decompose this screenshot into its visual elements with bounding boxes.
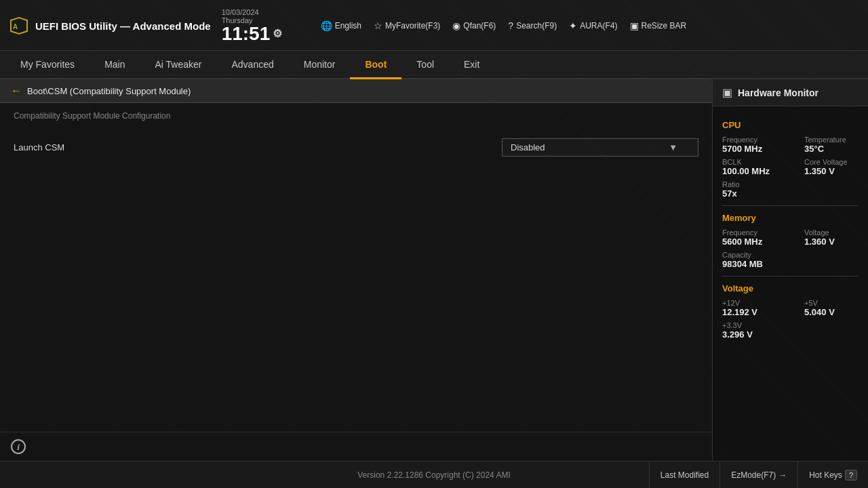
memory-freq-voltage-row: Frequency 5600 MHz Voltage 1.360 V <box>722 228 859 247</box>
ratio-value: 57x <box>722 188 776 199</box>
core-voltage-value: 1.350 V <box>804 166 859 176</box>
asus-logo-icon: A <box>8 15 30 37</box>
favorite-icon: ☆ <box>374 20 382 31</box>
svg-text:A: A <box>13 23 18 30</box>
navbar: My Favorites Main Ai Tweaker Advanced Mo… <box>0 51 868 79</box>
cpu-core-voltage-col: Core Voltage 1.350 V <box>804 158 859 176</box>
cpu-bclk-voltage-row: BCLK 100.00 MHz Core Voltage 1.350 V <box>722 158 859 176</box>
main-area: ← Boot\CSM (Compatibility Support Module… <box>0 79 868 461</box>
nav-main[interactable]: Main <box>90 51 140 79</box>
memory-capacity-col: Capacity 98304 MB <box>722 251 776 269</box>
app-title: UEFI BIOS Utility — Advanced Mode <box>35 20 211 32</box>
settings-clock-icon[interactable]: ⚙ <box>273 28 282 39</box>
ez-mode-button[interactable]: EzMode(F7) → <box>719 462 797 488</box>
cpu-ratio-col: Ratio 57x <box>722 180 776 199</box>
voltage-33v-row: +3.3V 3.296 V <box>722 321 859 340</box>
toolbar-qfan[interactable]: ◉ Qfan(F6) <box>452 20 496 31</box>
info-area: i <box>0 432 712 461</box>
search-icon: ? <box>508 20 513 31</box>
breadcrumb: ← Boot\CSM (Compatibility Support Module… <box>0 79 712 103</box>
v12-value: 12.192 V <box>722 307 776 317</box>
memory-voltage-label: Voltage <box>804 228 859 237</box>
time-display: 11:51 ⚙ <box>222 24 283 43</box>
v5-label: +5V <box>804 299 859 307</box>
last-modified-button[interactable]: Last Modified <box>649 462 719 488</box>
date-display: 10/03/2024Thursday <box>222 8 259 24</box>
cpu-memory-divider <box>722 205 859 206</box>
monitor-icon: ▣ <box>722 86 732 99</box>
section-content: Compatibility Support Module Configurati… <box>0 103 712 432</box>
v5-value: 5.040 V <box>804 307 859 317</box>
memory-voltage-value: 1.360 V <box>804 237 859 247</box>
breadcrumb-text: Boot\CSM (Compatibility Support Module) <box>27 86 191 96</box>
aura-icon: ✦ <box>569 20 577 31</box>
cpu-frequency-value: 5700 MHz <box>722 144 776 154</box>
nav-tool[interactable]: Tool <box>401 51 449 79</box>
cpu-temperature-label: Temperature <box>804 136 859 144</box>
cpu-bclk-col: BCLK 100.00 MHz <box>722 158 776 176</box>
cpu-frequency-label: Frequency <box>722 136 776 144</box>
core-voltage-label: Core Voltage <box>804 158 859 166</box>
bclk-value: 100.00 MHz <box>722 166 776 176</box>
csm-dropdown[interactable]: Disabled ▼ <box>502 138 698 157</box>
logo-area: A UEFI BIOS Utility — Advanced Mode <box>8 15 211 37</box>
footer: Version 2.22.1286 Copyright (C) 2024 AMI… <box>0 461 868 488</box>
voltage-section-title: Voltage <box>722 283 859 293</box>
nav-boot[interactable]: Boot <box>350 51 401 79</box>
chevron-down-icon: ▼ <box>669 142 677 152</box>
cpu-temperature-col: Temperature 35°C <box>804 136 859 154</box>
ez-mode-icon: → <box>778 470 787 480</box>
fan-icon: ◉ <box>452 20 460 31</box>
toolbar-english[interactable]: 🌐 English <box>321 20 361 31</box>
hot-keys-label: Hot Keys <box>809 470 842 480</box>
nav-monitor[interactable]: Monitor <box>289 51 351 79</box>
memory-frequency-value: 5600 MHz <box>722 237 776 247</box>
hw-monitor-header: ▣ Hardware Monitor <box>713 79 868 106</box>
ratio-label: Ratio <box>722 180 776 188</box>
toolbar-myfavorite[interactable]: ☆ MyFavorite(F3) <box>374 20 440 31</box>
launch-csm-row: Launch CSM Disabled ▼ <box>14 134 698 161</box>
memory-voltage-divider <box>722 276 859 277</box>
cpu-freq-temp-row: Frequency 5700 MHz Temperature 35°C <box>722 136 859 154</box>
info-icon[interactable]: i <box>11 439 26 454</box>
hw-monitor-body: CPU Frequency 5700 MHz Temperature 35°C … <box>713 106 868 461</box>
bclk-label: BCLK <box>722 158 776 166</box>
footer-right: Last Modified EzMode(F7) → Hot Keys ? <box>649 462 868 488</box>
hot-keys-key: ? <box>845 470 857 481</box>
content-panel: ← Boot\CSM (Compatibility Support Module… <box>0 79 712 461</box>
back-button[interactable]: ← <box>11 85 22 97</box>
capacity-label: Capacity <box>722 251 776 259</box>
header: A UEFI BIOS Utility — Advanced Mode 10/0… <box>0 0 868 51</box>
cpu-temperature-value: 35°C <box>804 144 859 154</box>
hardware-monitor-panel: ▣ Hardware Monitor CPU Frequency 5700 MH… <box>712 79 868 461</box>
v12-col: +12V 12.192 V <box>722 299 776 317</box>
section-subtitle: Compatibility Support Module Configurati… <box>14 111 698 121</box>
v33-label: +3.3V <box>722 321 776 329</box>
csm-dropdown-value: Disabled <box>511 142 545 152</box>
toolbar-search[interactable]: ? Search(F9) <box>508 20 557 31</box>
ez-mode-label: EzMode(F7) <box>731 470 776 480</box>
v5-col: +5V 5.040 V <box>804 299 859 317</box>
hw-monitor-title: Hardware Monitor <box>738 87 818 98</box>
clock-area: 10/03/2024Thursday 11:51 ⚙ <box>222 8 303 43</box>
cpu-ratio-row: Ratio 57x <box>722 180 859 199</box>
memory-voltage-col: Voltage 1.360 V <box>804 228 859 247</box>
memory-frequency-label: Frequency <box>722 228 776 237</box>
hot-keys-button[interactable]: Hot Keys ? <box>797 462 868 488</box>
nav-exit[interactable]: Exit <box>449 51 494 79</box>
last-modified-label: Last Modified <box>660 470 709 480</box>
memory-frequency-col: Frequency 5600 MHz <box>722 228 776 247</box>
nav-ai-tweaker[interactable]: Ai Tweaker <box>140 51 216 79</box>
toolbar: 🌐 English ☆ MyFavorite(F3) ◉ Qfan(F6) ? … <box>314 20 860 31</box>
cpu-frequency-col: Frequency 5700 MHz <box>722 136 776 154</box>
cpu-section-title: CPU <box>722 120 859 130</box>
nav-advanced[interactable]: Advanced <box>216 51 288 79</box>
globe-icon: 🌐 <box>321 20 332 31</box>
footer-version: Version 2.22.1286 Copyright (C) 2024 AMI <box>357 470 510 480</box>
resize-icon: ▣ <box>630 20 639 31</box>
nav-my-favorites[interactable]: My Favorites <box>5 51 90 79</box>
voltage-12v-5v-row: +12V 12.192 V +5V 5.040 V <box>722 299 859 317</box>
toolbar-aura[interactable]: ✦ AURA(F4) <box>569 20 617 31</box>
toolbar-resizebar[interactable]: ▣ ReSize BAR <box>630 20 687 31</box>
v12-label: +12V <box>722 299 776 307</box>
